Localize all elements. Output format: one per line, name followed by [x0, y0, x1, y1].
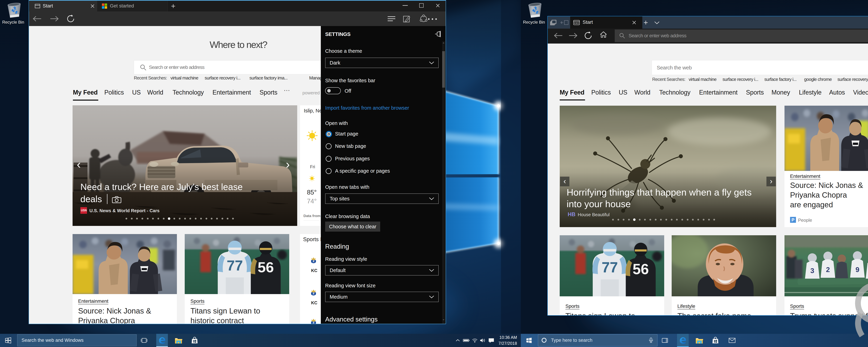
svg-text:56: 56: [258, 259, 274, 275]
svg-text:77: 77: [602, 259, 618, 276]
svg-text:56: 56: [632, 261, 649, 277]
svg-text:R: R: [312, 292, 315, 295]
svg-text:2: 2: [826, 266, 830, 274]
svg-text:3: 3: [810, 267, 814, 275]
svg-text:77: 77: [227, 257, 243, 274]
svg-text:R: R: [312, 260, 315, 263]
svg-text:9: 9: [856, 266, 859, 274]
svg-text:R: R: [312, 321, 315, 324]
